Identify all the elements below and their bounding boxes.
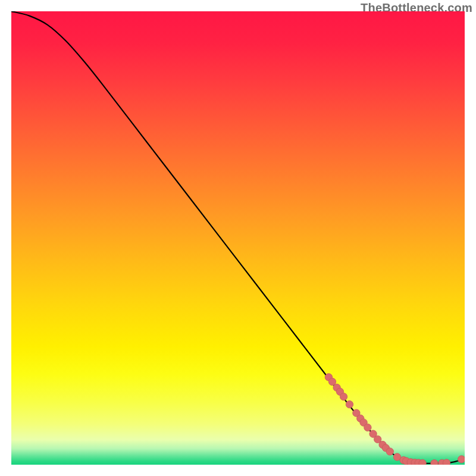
scatter-dot [458,456,465,463]
scatter-dot [443,459,450,465]
scatter-dot [346,400,353,408]
scatter-dot [419,459,426,465]
scatter-dot [340,393,347,400]
scatter-dot [431,460,438,465]
chart-canvas [11,11,465,465]
gradient-background [11,11,465,465]
chart-frame [11,11,465,465]
scatter-dot [364,424,371,431]
scatter-dot [386,448,393,455]
